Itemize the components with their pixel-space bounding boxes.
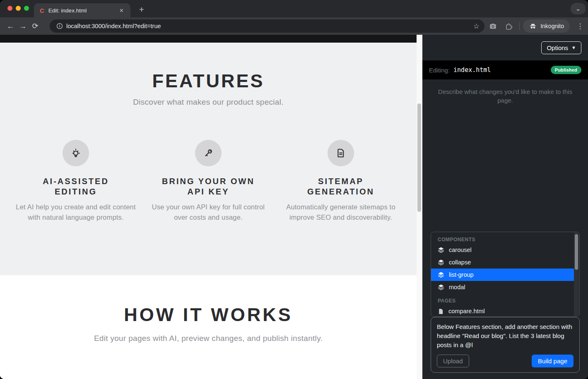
toolbar-right: Inkognito ⋮ [485, 17, 588, 35]
page-scrollbar [417, 35, 422, 379]
forward-icon[interactable]: → [17, 22, 29, 31]
favicon-icon: C [40, 7, 44, 14]
how-it-works-title: HOW IT WORKS [0, 304, 417, 326]
tab-search-chevron-icon[interactable]: ⌄ [571, 3, 586, 14]
editing-filename: index.html [453, 66, 551, 74]
incognito-badge: Inkognito [523, 19, 570, 33]
dropdown-scrollbar [574, 233, 579, 316]
feature-title: BRING YOUR OWN API KEY [157, 176, 260, 197]
traffic-lights [7, 6, 29, 11]
dropdown-item-compare-html[interactable]: compare.html [431, 305, 574, 317]
page-navbar-edge [0, 35, 417, 43]
dropdown-item-collapse[interactable]: collapse [431, 256, 574, 269]
editing-bar: Editing: index.html Published [422, 60, 588, 79]
browser-tab[interactable]: C Edit: index.html ✕ [34, 3, 130, 17]
feature-description: Let AI help you create and edit content … [16, 202, 136, 222]
dropdown-scrollbar-thumb[interactable] [575, 234, 578, 270]
tab-title: Edit: index.html [48, 7, 118, 14]
zoom-window-button[interactable] [24, 6, 29, 11]
minimize-window-button[interactable] [16, 6, 21, 11]
editor-panel: Options ▼ Editing: index.html Published … [422, 35, 588, 379]
close-window-button[interactable] [7, 6, 12, 11]
dropdown-item-carousel[interactable]: carousel [431, 244, 574, 256]
feature-description: Use your own API key for full control ov… [148, 202, 268, 222]
prompt-actions: Upload Build page [437, 355, 574, 367]
feature-card: AI-ASSISTED EDITING Let AI help you crea… [10, 140, 142, 222]
screenshot-camera-icon[interactable] [489, 22, 497, 30]
tab-strip: C Edit: index.html ✕ + ⌄ [0, 0, 588, 17]
incognito-icon [529, 22, 537, 30]
document-icon [335, 147, 347, 159]
feature-card: SITEMAP GENERATION Automatically generat… [275, 140, 407, 222]
layers-icon [438, 271, 444, 278]
how-it-works-section: HOW IT WORKS Edit your pages with AI, pr… [0, 275, 417, 379]
layers-icon [438, 247, 444, 253]
panel-header: Options ▼ [422, 35, 588, 60]
how-it-works-subtitle: Edit your pages with AI, preview changes… [92, 332, 324, 345]
extensions-puzzle-icon[interactable] [504, 22, 512, 30]
page-viewport: FEATURES Discover what makes our product… [0, 35, 417, 379]
upload-button[interactable]: Upload [437, 355, 469, 367]
feature-card: BRING YOUR OWN API KEY Use your own API … [142, 140, 275, 222]
editing-label: Editing: [429, 67, 450, 74]
prompt-input[interactable]: Below Features section, add another sect… [431, 317, 580, 373]
pages-header: PAGES [431, 293, 579, 305]
component-dropdown: COMPONENTS carousel collapse list-group … [431, 232, 580, 317]
options-label: Options [547, 44, 568, 51]
dropdown-item-list-group[interactable]: list-group [431, 269, 574, 281]
url-text[interactable]: localhost:3000/index.html?edit=true [66, 23, 473, 29]
reload-icon[interactable]: ⟳ [29, 22, 41, 31]
options-button[interactable]: Options ▼ [541, 41, 581, 54]
feature-title: SITEMAP GENERATION [289, 176, 393, 197]
browser-window: C Edit: index.html ✕ + ⌄ ← → ⟳ localhost… [0, 0, 588, 379]
lightbulb-icon [70, 147, 82, 159]
tab-close-icon[interactable]: ✕ [118, 7, 125, 14]
features-row: AI-ASSISTED EDITING Let AI help you crea… [0, 140, 417, 222]
feature-description: Automatically generate sitemaps to impro… [281, 202, 401, 222]
browser-menu-kebab-icon[interactable]: ⋮ [574, 22, 586, 31]
features-subtitle: Discover what makes our product special. [0, 98, 417, 107]
address-bar[interactable]: localhost:3000/index.html?edit=true ☆ [50, 19, 484, 33]
feature-title: AI-ASSISTED EDITING [24, 176, 128, 197]
incognito-label: Inkognito [540, 23, 564, 29]
key-icon [202, 147, 214, 159]
dropdown-item-modal[interactable]: modal [431, 281, 574, 293]
site-info-icon[interactable] [56, 23, 63, 29]
published-badge: Published [551, 66, 581, 74]
components-header: COMPONENTS [431, 232, 579, 244]
file-icon [438, 308, 444, 314]
new-tab-button[interactable]: + [136, 4, 147, 15]
build-page-button[interactable]: Build page [532, 355, 574, 367]
features-title: FEATURES [0, 70, 417, 92]
toolbar-divider [519, 22, 520, 30]
bookmark-star-icon[interactable]: ☆ [473, 22, 480, 31]
browser-toolbar: ← → ⟳ localhost:3000/index.html?edit=tru… [0, 17, 588, 35]
panel-placeholder-text: Describe what changes you'd like to make… [433, 87, 578, 105]
features-section: FEATURES Discover what makes our product… [0, 43, 417, 275]
layers-icon [438, 259, 444, 266]
page-scrollbar-thumb[interactable] [417, 103, 421, 212]
chevron-down-icon: ▼ [571, 45, 576, 50]
back-icon[interactable]: ← [4, 22, 17, 31]
layers-icon [438, 284, 444, 290]
prompt-text[interactable]: Below Features section, add another sect… [437, 322, 574, 350]
